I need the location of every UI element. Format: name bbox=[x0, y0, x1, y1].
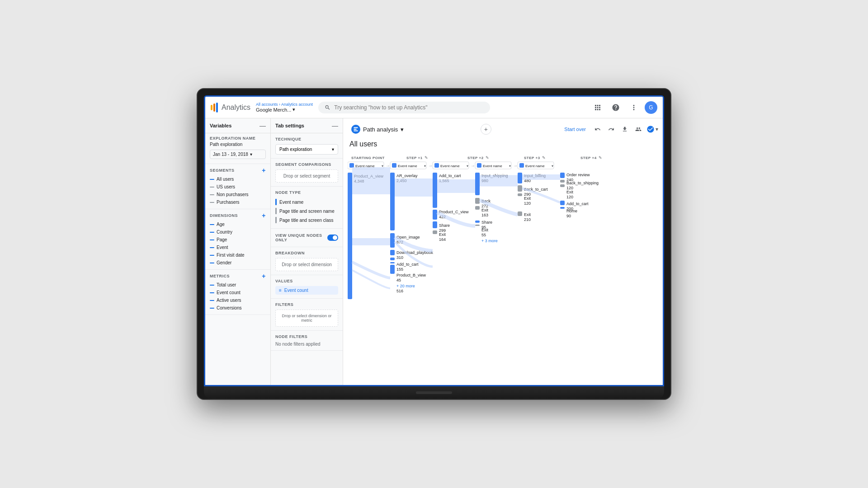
dimension-country[interactable]: Country bbox=[210, 228, 266, 236]
svg-text:Exit: Exit bbox=[524, 196, 531, 201]
node-type-event-name[interactable]: Event name bbox=[275, 197, 338, 206]
undo-button[interactable] bbox=[592, 124, 603, 135]
dimensions-label: DIMENSIONS + bbox=[210, 212, 266, 219]
filters-drop-zone[interactable]: Drop or select dimension or metric bbox=[275, 310, 338, 327]
add-segment-button[interactable]: + bbox=[262, 167, 266, 174]
account-breadcrumb: All accounts › Analytics account bbox=[256, 102, 313, 107]
segments-label: SEGMENTS + bbox=[210, 167, 266, 174]
segment-us-users[interactable]: US users bbox=[210, 183, 266, 191]
svg-rect-15 bbox=[392, 163, 396, 168]
download-button[interactable] bbox=[619, 124, 630, 135]
path-analysis-button[interactable]: Path analysis ▾ bbox=[348, 123, 407, 136]
svg-text:Add_to_cart: Add_to_cart bbox=[396, 262, 419, 267]
metric-active-users[interactable]: Active users bbox=[210, 296, 266, 304]
breakdown-label: BREAKDOWN bbox=[275, 251, 338, 255]
dimension-age[interactable]: Age bbox=[210, 221, 266, 228]
svg-text:Exit: Exit bbox=[481, 228, 489, 232]
account-name[interactable]: Google Merch... ▾ bbox=[256, 107, 313, 113]
chevron-down-icon: ▾ bbox=[332, 147, 334, 152]
redo-button[interactable] bbox=[606, 124, 617, 135]
add-dimension-button[interactable]: + bbox=[262, 212, 266, 219]
value-chip[interactable]: ≡ Event count bbox=[275, 286, 338, 295]
svg-rect-42 bbox=[390, 250, 395, 255]
svg-rect-48 bbox=[390, 262, 395, 263]
check-button[interactable]: ▾ bbox=[646, 125, 658, 133]
start-over-button[interactable]: Start over bbox=[561, 125, 590, 134]
svg-text:STEP +1: STEP +1 bbox=[406, 156, 423, 160]
svg-text:✎: ✎ bbox=[486, 155, 489, 160]
sankey-svg: STARTING POINT STEP +1 ✎ STEP +2 ✎ STEP … bbox=[348, 154, 658, 343]
apps-icon-button[interactable] bbox=[590, 100, 605, 115]
svg-rect-85 bbox=[518, 185, 522, 192]
node-type-page-screen-class[interactable]: Page title and screen class bbox=[275, 216, 338, 225]
segment-all-users[interactable]: All users bbox=[210, 175, 266, 183]
svg-rect-45 bbox=[390, 258, 395, 260]
svg-text:55: 55 bbox=[481, 233, 486, 237]
svg-text:Event name: Event name bbox=[398, 164, 417, 168]
metric-conversions[interactable]: Conversions bbox=[210, 304, 266, 312]
svg-rect-94 bbox=[560, 173, 565, 178]
search-input[interactable] bbox=[334, 104, 484, 111]
path-analysis-label: Path analysis bbox=[363, 126, 398, 133]
tab-settings-header: Tab settings — bbox=[271, 118, 343, 133]
breakdown-section: BREAKDOWN Drop or select dimension bbox=[271, 247, 343, 275]
variables-panel-header: Variables — bbox=[205, 118, 270, 133]
share-button[interactable] bbox=[633, 124, 644, 135]
svg-text:STEP +2: STEP +2 bbox=[467, 156, 484, 160]
viz-actions: Start over bbox=[561, 124, 658, 135]
node-type-page-screen-name[interactable]: Page title and screen name bbox=[275, 206, 338, 216]
date-range-value: Jan 13 - 19, 2018 bbox=[213, 152, 248, 157]
variables-minimize-button[interactable]: — bbox=[259, 122, 266, 129]
metric-event-count[interactable]: Event count bbox=[210, 289, 266, 296]
node-filters-label: NODE FILTERS bbox=[275, 334, 338, 339]
variables-panel-title: Variables bbox=[210, 123, 231, 128]
top-nav-bar: Analytics All accounts › Analytics accou… bbox=[205, 97, 663, 118]
more-icon-button[interactable] bbox=[627, 100, 641, 115]
svg-text:155: 155 bbox=[396, 267, 403, 272]
segment-non-purchasers[interactable]: Non purchasers bbox=[210, 191, 266, 198]
svg-text:210: 210 bbox=[524, 217, 531, 222]
svg-rect-91 bbox=[518, 211, 522, 216]
search-bar[interactable] bbox=[318, 102, 490, 113]
tab-settings-minimize-button[interactable]: — bbox=[332, 122, 338, 129]
dimension-gender[interactable]: Gender bbox=[210, 259, 266, 267]
tab-settings-title: Tab settings bbox=[275, 123, 304, 128]
svg-text:▾: ▾ bbox=[467, 164, 468, 168]
date-range-picker[interactable]: Jan 13 - 19, 2018 ▾ bbox=[210, 150, 266, 159]
svg-rect-72 bbox=[475, 206, 480, 210]
value-icon: ≡ bbox=[279, 288, 282, 293]
svg-text:▾: ▾ bbox=[552, 164, 553, 168]
add-metric-button[interactable]: + bbox=[262, 272, 266, 280]
metric-total-user[interactable]: Total user bbox=[210, 281, 266, 289]
exploration-name-value: Path exploration bbox=[210, 142, 266, 147]
metrics-label: METRICS + bbox=[210, 272, 266, 280]
svg-text:90: 90 bbox=[566, 214, 571, 218]
segment-drop-zone[interactable]: Drop or select segment bbox=[275, 169, 338, 183]
svg-rect-75 bbox=[475, 221, 480, 223]
dimension-page[interactable]: Page bbox=[210, 236, 266, 244]
segment-purchasers[interactable]: Purchasers bbox=[210, 198, 266, 206]
top-bar-actions: G bbox=[590, 100, 657, 115]
user-avatar[interactable]: G bbox=[645, 101, 657, 114]
dimension-first-visit-date[interactable]: First visit date bbox=[210, 251, 266, 259]
breakdown-drop-zone[interactable]: Drop or select dimension bbox=[275, 258, 338, 271]
technique-dropdown[interactable]: Path exploration ▾ bbox=[275, 144, 338, 155]
sankey-chart-container[interactable]: STARTING POINT STEP +1 ✎ STEP +2 ✎ STEP … bbox=[348, 154, 658, 343]
svg-text:Exit: Exit bbox=[439, 232, 446, 237]
svg-text:120: 120 bbox=[566, 195, 573, 199]
segment-color-indicator bbox=[210, 179, 214, 180]
viz-toolbar: Path analysis ▾ + Start over bbox=[348, 123, 658, 136]
add-tab-button[interactable]: + bbox=[481, 124, 491, 135]
segment-comparisons-section: SEGMENT COMPARISONS Drop or select segme… bbox=[271, 159, 343, 187]
svg-rect-103 bbox=[560, 201, 565, 205]
view-unique-section: VIEW UNIQUE NODES ONLY bbox=[271, 229, 343, 247]
svg-text:Share: Share bbox=[481, 220, 492, 225]
dimension-event[interactable]: Event bbox=[210, 244, 266, 251]
view-unique-toggle[interactable] bbox=[327, 235, 338, 241]
technique-section: TECHNIQUE Path exploration ▾ bbox=[271, 133, 343, 159]
help-icon-button[interactable] bbox=[609, 100, 623, 115]
logo-bar-2 bbox=[213, 103, 215, 112]
svg-rect-100 bbox=[560, 184, 565, 187]
svg-text:→: → bbox=[513, 163, 518, 168]
laptop-notch bbox=[416, 391, 452, 394]
